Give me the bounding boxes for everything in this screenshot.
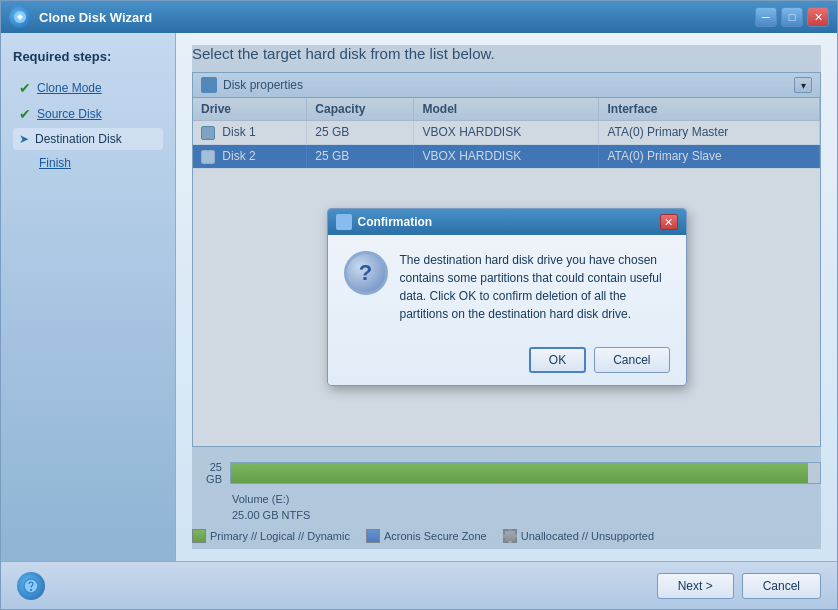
dialog-titlebar: Confirmation ✕ — [328, 209, 686, 235]
minimize-button[interactable]: ─ — [755, 7, 777, 27]
finish-link[interactable]: Finish — [39, 156, 71, 170]
clone-mode-link[interactable]: Clone Mode — [37, 81, 102, 95]
sidebar: Required steps: ✔ Clone Mode ✔ Source Di… — [1, 33, 176, 561]
window-title: Clone Disk Wizard — [39, 10, 755, 25]
dialog-overlay: Confirmation ✕ ? The destination hard di… — [192, 45, 821, 549]
footer-cancel-button[interactable]: Cancel — [742, 573, 821, 599]
sidebar-title: Required steps: — [13, 49, 163, 64]
dialog-info-symbol: ? — [359, 260, 372, 286]
sidebar-item-clone-mode[interactable]: ✔ Clone Mode — [13, 76, 163, 100]
dialog-cancel-button[interactable]: Cancel — [594, 347, 669, 373]
content-wrapper: Select the target hard disk from the lis… — [192, 45, 821, 549]
dialog-message: The destination hard disk drive you have… — [400, 251, 670, 323]
close-button[interactable]: ✕ — [807, 7, 829, 27]
svg-point-2 — [30, 589, 32, 591]
maximize-button[interactable]: □ — [781, 7, 803, 27]
dialog-close-button[interactable]: ✕ — [660, 214, 678, 230]
dialog-info-icon: ? — [344, 251, 388, 295]
dialog-footer: OK Cancel — [328, 339, 686, 385]
footer: Next > Cancel — [1, 561, 837, 609]
footer-left — [17, 572, 649, 600]
content-area: Select the target hard disk from the lis… — [176, 33, 837, 561]
confirmation-dialog: Confirmation ✕ ? The destination hard di… — [327, 208, 687, 386]
main-window: Clone Disk Wizard ─ □ ✕ Required steps: … — [0, 0, 838, 610]
main-content: Required steps: ✔ Clone Mode ✔ Source Di… — [1, 33, 837, 561]
next-button[interactable]: Next > — [657, 573, 734, 599]
check-icon-2: ✔ — [19, 106, 31, 122]
destination-disk-label: Destination Disk — [35, 132, 122, 146]
sidebar-item-destination-disk: ➤ Destination Disk — [13, 128, 163, 150]
window-controls: ─ □ ✕ — [755, 7, 829, 27]
dialog-title-icon — [336, 214, 352, 230]
arrow-icon: ➤ — [19, 132, 29, 146]
app-icon — [9, 6, 31, 28]
check-icon: ✔ — [19, 80, 31, 96]
footer-help-icon[interactable] — [17, 572, 45, 600]
dialog-body: ? The destination hard disk drive you ha… — [328, 235, 686, 339]
sidebar-item-finish[interactable]: Finish — [13, 152, 163, 174]
title-bar: Clone Disk Wizard ─ □ ✕ — [1, 1, 837, 33]
dialog-ok-button[interactable]: OK — [529, 347, 586, 373]
source-disk-link[interactable]: Source Disk — [37, 107, 102, 121]
sidebar-item-source-disk[interactable]: ✔ Source Disk — [13, 102, 163, 126]
dialog-title-text: Confirmation — [358, 215, 654, 229]
